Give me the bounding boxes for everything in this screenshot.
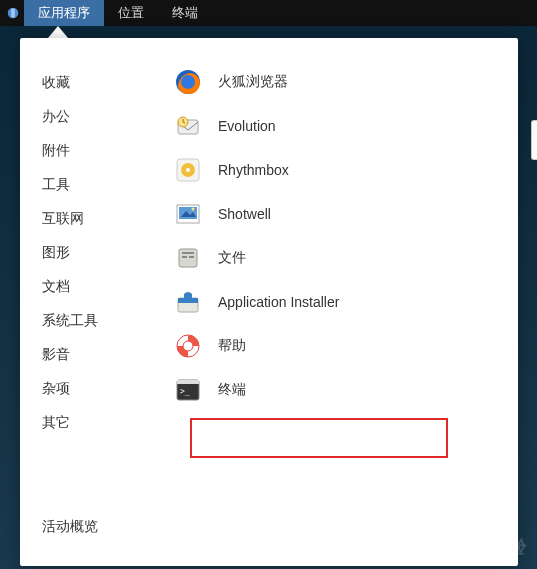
firefox-icon: [174, 68, 202, 96]
evolution-icon: [174, 112, 202, 140]
svg-rect-1: [11, 9, 15, 18]
app-rhythmbox[interactable]: Rhythmbox: [160, 148, 518, 192]
svg-rect-15: [182, 256, 187, 258]
topbar-terminal[interactable]: 终端: [158, 0, 212, 26]
system-logo-icon: [6, 6, 20, 20]
app-label: Rhythmbox: [218, 162, 289, 178]
app-files[interactable]: 文件: [160, 236, 518, 280]
rhythmbox-icon: [174, 156, 202, 184]
app-firefox[interactable]: 火狐浏览器: [160, 60, 518, 104]
shotwell-icon: [174, 200, 202, 228]
app-label: Evolution: [218, 118, 276, 134]
application-list: 火狐浏览器 Evolution Rhythmbox Shotwell 文件: [160, 38, 518, 566]
background-ui-fragment: [531, 120, 537, 160]
svg-point-12: [192, 208, 195, 211]
app-help[interactable]: 帮助: [160, 324, 518, 368]
category-multimedia[interactable]: 影音: [42, 338, 160, 372]
topbar-item-label: 位置: [118, 4, 144, 22]
files-icon: [174, 244, 202, 272]
category-system[interactable]: 系统工具: [42, 304, 160, 338]
svg-text:>_: >_: [180, 387, 190, 396]
app-label: 帮助: [218, 337, 246, 355]
app-label: 终端: [218, 381, 246, 399]
app-label: 火狐浏览器: [218, 73, 288, 91]
category-internet[interactable]: 互联网: [42, 202, 160, 236]
app-label: Shotwell: [218, 206, 271, 222]
topbar-item-label: 应用程序: [38, 4, 90, 22]
svg-rect-18: [178, 298, 198, 303]
svg-rect-22: [177, 380, 199, 384]
svg-point-20: [183, 341, 193, 351]
topbar-item-label: 终端: [172, 4, 198, 22]
category-documentation[interactable]: 文档: [42, 270, 160, 304]
category-graphics[interactable]: 图形: [42, 236, 160, 270]
terminal-icon: >_: [174, 376, 202, 404]
app-label: Application Installer: [218, 294, 339, 310]
installer-icon: [174, 288, 202, 316]
category-favorites[interactable]: 收藏: [42, 66, 160, 100]
app-evolution[interactable]: Evolution: [160, 104, 518, 148]
category-tools[interactable]: 工具: [42, 168, 160, 202]
svg-rect-16: [189, 256, 194, 258]
topbar-applications[interactable]: 应用程序: [24, 0, 104, 26]
topbar-places[interactable]: 位置: [104, 0, 158, 26]
app-shotwell[interactable]: Shotwell: [160, 192, 518, 236]
category-misc[interactable]: 杂项: [42, 372, 160, 406]
help-icon: [174, 332, 202, 360]
svg-point-3: [181, 75, 195, 89]
activities-overview-link[interactable]: 活动概览: [42, 510, 160, 544]
app-terminal[interactable]: >_ 终端: [160, 368, 518, 412]
app-installer[interactable]: Application Installer: [160, 280, 518, 324]
svg-rect-13: [179, 249, 197, 267]
app-label: 文件: [218, 249, 246, 267]
category-other[interactable]: 其它: [42, 406, 160, 440]
applications-menu: 收藏 办公 附件 工具 互联网 图形 文档 系统工具 影音 杂项 其它 活动概览…: [20, 38, 518, 566]
category-office[interactable]: 办公: [42, 100, 160, 134]
category-accessories[interactable]: 附件: [42, 134, 160, 168]
svg-rect-14: [182, 252, 194, 254]
top-panel: 应用程序 位置 终端: [0, 0, 537, 26]
svg-point-8: [186, 168, 190, 172]
watermark-text: Baidu经验: [439, 535, 525, 559]
category-list: 收藏 办公 附件 工具 互联网 图形 文档 系统工具 影音 杂项 其它 活动概览: [20, 38, 160, 566]
